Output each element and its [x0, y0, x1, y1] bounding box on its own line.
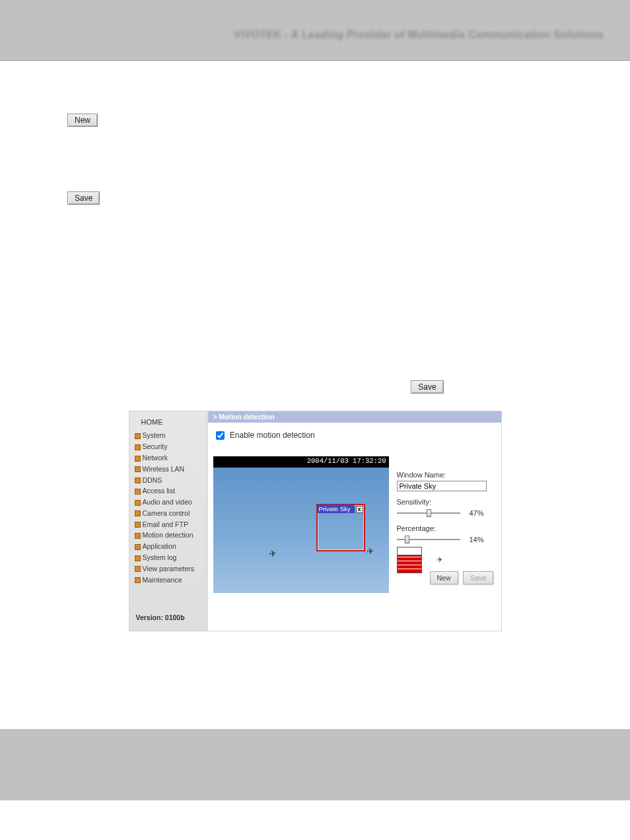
close-icon[interactable]: x: [356, 506, 363, 513]
enable-motion-checkbox[interactable]: [216, 431, 225, 440]
header-band: VIVOTEK - A Leading Provider of Multimed…: [0, 0, 630, 61]
document-body: New Save Save HOME System Security Netwo…: [0, 61, 630, 631]
motion-detection-screenshot: HOME System Security Network Wireless LA…: [129, 411, 502, 631]
sidebar: HOME System Security Network Wireless LA…: [129, 411, 207, 631]
main-panel: > Motion detection Enable motion detecti…: [208, 411, 501, 631]
video-timestamp: 2004/11/03 17:32:20: [307, 457, 386, 465]
sidebar-item-network[interactable]: Network: [135, 452, 207, 464]
motion-window[interactable]: Private Sky x ✈: [316, 504, 365, 551]
sidebar-item-camera-control[interactable]: Camera control: [135, 507, 207, 518]
figure-save-button[interactable]: Save: [463, 571, 493, 584]
video-frame: ✈ ✈ Private Sky x ✈: [213, 468, 389, 593]
percentage-label: Percentage:: [397, 524, 496, 532]
sidebar-item-audio-video[interactable]: Audio and video: [135, 497, 207, 508]
enable-motion-row: Enable motion detection: [208, 423, 501, 446]
sidebar-list: System Security Network Wireless LAN DDN…: [129, 430, 207, 585]
sidebar-item-email-ftp[interactable]: Email and FTP: [135, 518, 207, 530]
header-blurred-text: VIVOTEK - A Leading Provider of Multimed…: [234, 29, 604, 41]
window-name-label: Window Name:: [397, 471, 496, 479]
motion-controls: Window Name: Sensitivity: 47% Percentage…: [397, 467, 496, 544]
sidebar-item-ddns[interactable]: DDNS: [135, 474, 207, 485]
video-preview[interactable]: 2004/11/03 17:32:20 ✈ ✈ Private Sky x ✈: [213, 456, 389, 593]
bird-icon: ✈: [267, 547, 277, 559]
sidebar-item-application[interactable]: Application: [135, 541, 207, 552]
section-title: > Motion detection: [208, 411, 501, 423]
save-inline-button[interactable]: Save: [411, 380, 443, 394]
sidebar-item-wireless-lan[interactable]: Wireless LAN: [135, 463, 207, 474]
new-button[interactable]: New: [67, 114, 98, 127]
sidebar-item-motion-detection[interactable]: Motion detection: [135, 530, 207, 541]
figure-new-button[interactable]: New: [430, 571, 458, 584]
sidebar-item-view-parameters[interactable]: View parameters: [135, 563, 207, 574]
enable-motion-label: Enable motion detection: [230, 431, 315, 440]
sidebar-item-system[interactable]: System: [135, 430, 207, 441]
sensitivity-label: Sensitivity:: [397, 498, 496, 506]
percentage-value: 14%: [464, 536, 484, 543]
version-text: Version: 0100b: [136, 613, 185, 621]
sidebar-home[interactable]: HOME: [129, 411, 207, 430]
sensitivity-slider[interactable]: [397, 508, 460, 518]
sidebar-item-access-list[interactable]: Access list: [135, 485, 207, 497]
sidebar-item-security[interactable]: Security: [135, 441, 207, 452]
sidebar-item-maintenance[interactable]: Maintenance: [135, 574, 207, 585]
bird-icon: ✈: [366, 545, 374, 556]
sidebar-item-system-log[interactable]: System log: [135, 552, 207, 563]
percentage-slider[interactable]: [397, 535, 460, 544]
motion-window-title: Private Sky: [318, 505, 355, 513]
save-button[interactable]: Save: [67, 192, 100, 205]
window-name-input[interactable]: [397, 481, 487, 491]
sensitivity-value: 47%: [464, 509, 484, 517]
bird-icon: ✈: [436, 555, 443, 564]
motion-level-indicator: [397, 547, 422, 573]
footer-band: [0, 729, 630, 800]
